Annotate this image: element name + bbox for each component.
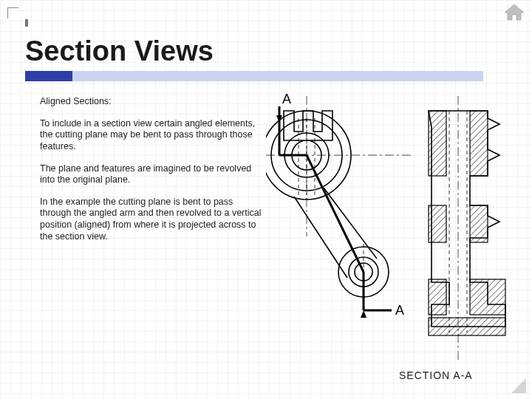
corner-fold-icon (511, 378, 526, 393)
title-wrap: Section Views (25, 35, 291, 67)
svg-rect-31 (429, 279, 446, 315)
cut-label-a-top: A (282, 92, 291, 106)
figure-aligned-section: A (266, 89, 517, 369)
paragraph-1: To include in a section view certain ang… (40, 118, 262, 153)
figure-caption: SECTION A-A (399, 369, 473, 381)
decoration-tick (25, 19, 28, 27)
svg-rect-27 (429, 111, 446, 176)
svg-rect-28 (470, 205, 488, 242)
svg-line-17 (307, 155, 364, 272)
cut-label-a-bottom: A (395, 303, 404, 318)
svg-marker-0 (505, 4, 524, 20)
svg-rect-26 (470, 111, 488, 176)
svg-line-10 (324, 188, 377, 259)
body-text: Aligned Sections: To include in a sectio… (40, 96, 262, 253)
home-icon[interactable] (504, 4, 525, 21)
corner-mark-top-left (7, 7, 18, 18)
subheading: Aligned Sections: (40, 96, 262, 108)
svg-rect-29 (429, 205, 446, 242)
slide: Section Views Aligned Sections: To inclu… (0, 0, 532, 399)
paragraph-2: The plane and features are imagined to b… (40, 163, 262, 186)
title-underline (25, 71, 483, 81)
svg-rect-30 (470, 279, 505, 315)
page-title: Section Views (25, 35, 291, 67)
paragraph-3: In the example the cutting plane is bent… (40, 197, 262, 243)
